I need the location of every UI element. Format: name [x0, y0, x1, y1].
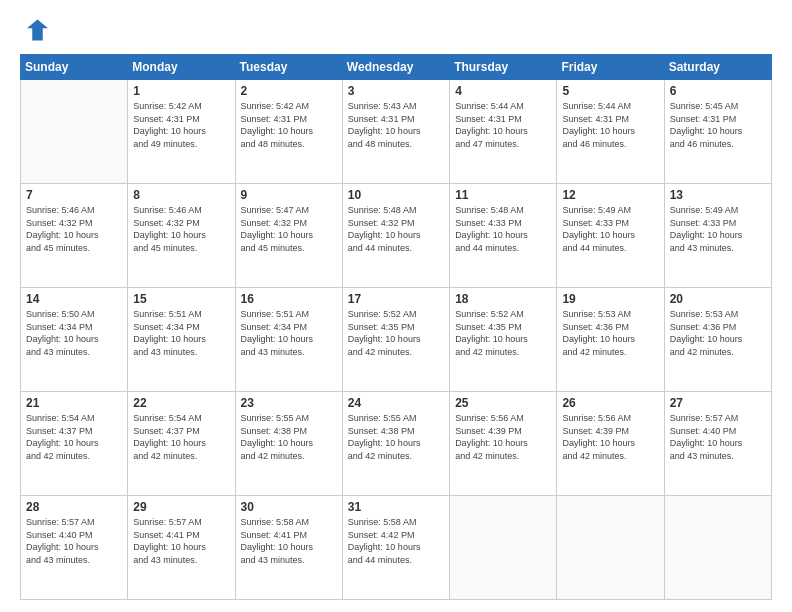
weekday-header-wednesday: Wednesday — [342, 55, 449, 80]
day-number: 18 — [455, 292, 551, 306]
week-row-4: 21Sunrise: 5:54 AM Sunset: 4:37 PM Dayli… — [21, 392, 772, 496]
day-number: 16 — [241, 292, 337, 306]
day-number: 11 — [455, 188, 551, 202]
calendar-cell: 26Sunrise: 5:56 AM Sunset: 4:39 PM Dayli… — [557, 392, 664, 496]
page: SundayMondayTuesdayWednesdayThursdayFrid… — [0, 0, 792, 612]
day-info: Sunrise: 5:57 AM Sunset: 4:41 PM Dayligh… — [133, 516, 229, 566]
svg-marker-0 — [27, 20, 48, 41]
day-number: 4 — [455, 84, 551, 98]
day-info: Sunrise: 5:58 AM Sunset: 4:42 PM Dayligh… — [348, 516, 444, 566]
day-info: Sunrise: 5:48 AM Sunset: 4:32 PM Dayligh… — [348, 204, 444, 254]
weekday-header-friday: Friday — [557, 55, 664, 80]
calendar-cell — [450, 496, 557, 600]
day-number: 10 — [348, 188, 444, 202]
day-number: 30 — [241, 500, 337, 514]
day-info: Sunrise: 5:51 AM Sunset: 4:34 PM Dayligh… — [241, 308, 337, 358]
calendar-cell: 15Sunrise: 5:51 AM Sunset: 4:34 PM Dayli… — [128, 288, 235, 392]
calendar-cell — [664, 496, 771, 600]
calendar-cell: 28Sunrise: 5:57 AM Sunset: 4:40 PM Dayli… — [21, 496, 128, 600]
calendar-cell: 19Sunrise: 5:53 AM Sunset: 4:36 PM Dayli… — [557, 288, 664, 392]
day-number: 21 — [26, 396, 122, 410]
day-info: Sunrise: 5:56 AM Sunset: 4:39 PM Dayligh… — [562, 412, 658, 462]
day-number: 31 — [348, 500, 444, 514]
calendar-cell: 2Sunrise: 5:42 AM Sunset: 4:31 PM Daylig… — [235, 80, 342, 184]
day-number: 6 — [670, 84, 766, 98]
day-info: Sunrise: 5:53 AM Sunset: 4:36 PM Dayligh… — [562, 308, 658, 358]
calendar-cell: 5Sunrise: 5:44 AM Sunset: 4:31 PM Daylig… — [557, 80, 664, 184]
day-number: 13 — [670, 188, 766, 202]
day-number: 26 — [562, 396, 658, 410]
day-info: Sunrise: 5:48 AM Sunset: 4:33 PM Dayligh… — [455, 204, 551, 254]
day-number: 5 — [562, 84, 658, 98]
day-info: Sunrise: 5:43 AM Sunset: 4:31 PM Dayligh… — [348, 100, 444, 150]
calendar-cell: 8Sunrise: 5:46 AM Sunset: 4:32 PM Daylig… — [128, 184, 235, 288]
day-number: 12 — [562, 188, 658, 202]
day-number: 28 — [26, 500, 122, 514]
calendar-cell: 23Sunrise: 5:55 AM Sunset: 4:38 PM Dayli… — [235, 392, 342, 496]
day-number: 22 — [133, 396, 229, 410]
day-number: 25 — [455, 396, 551, 410]
day-info: Sunrise: 5:54 AM Sunset: 4:37 PM Dayligh… — [26, 412, 122, 462]
day-number: 20 — [670, 292, 766, 306]
day-number: 17 — [348, 292, 444, 306]
calendar-cell: 22Sunrise: 5:54 AM Sunset: 4:37 PM Dayli… — [128, 392, 235, 496]
day-info: Sunrise: 5:46 AM Sunset: 4:32 PM Dayligh… — [133, 204, 229, 254]
calendar-cell: 4Sunrise: 5:44 AM Sunset: 4:31 PM Daylig… — [450, 80, 557, 184]
day-info: Sunrise: 5:56 AM Sunset: 4:39 PM Dayligh… — [455, 412, 551, 462]
calendar-cell: 12Sunrise: 5:49 AM Sunset: 4:33 PM Dayli… — [557, 184, 664, 288]
logo-icon — [20, 16, 48, 44]
day-info: Sunrise: 5:58 AM Sunset: 4:41 PM Dayligh… — [241, 516, 337, 566]
calendar-cell: 9Sunrise: 5:47 AM Sunset: 4:32 PM Daylig… — [235, 184, 342, 288]
day-number: 2 — [241, 84, 337, 98]
day-number: 1 — [133, 84, 229, 98]
day-number: 3 — [348, 84, 444, 98]
day-info: Sunrise: 5:52 AM Sunset: 4:35 PM Dayligh… — [348, 308, 444, 358]
calendar-cell: 16Sunrise: 5:51 AM Sunset: 4:34 PM Dayli… — [235, 288, 342, 392]
day-info: Sunrise: 5:42 AM Sunset: 4:31 PM Dayligh… — [241, 100, 337, 150]
calendar-cell: 25Sunrise: 5:56 AM Sunset: 4:39 PM Dayli… — [450, 392, 557, 496]
day-info: Sunrise: 5:50 AM Sunset: 4:34 PM Dayligh… — [26, 308, 122, 358]
day-number: 19 — [562, 292, 658, 306]
weekday-header-saturday: Saturday — [664, 55, 771, 80]
weekday-header-thursday: Thursday — [450, 55, 557, 80]
calendar-cell: 6Sunrise: 5:45 AM Sunset: 4:31 PM Daylig… — [664, 80, 771, 184]
calendar-cell — [21, 80, 128, 184]
day-info: Sunrise: 5:57 AM Sunset: 4:40 PM Dayligh… — [26, 516, 122, 566]
calendar-cell: 18Sunrise: 5:52 AM Sunset: 4:35 PM Dayli… — [450, 288, 557, 392]
day-info: Sunrise: 5:53 AM Sunset: 4:36 PM Dayligh… — [670, 308, 766, 358]
calendar-cell: 3Sunrise: 5:43 AM Sunset: 4:31 PM Daylig… — [342, 80, 449, 184]
calendar-cell: 30Sunrise: 5:58 AM Sunset: 4:41 PM Dayli… — [235, 496, 342, 600]
day-info: Sunrise: 5:49 AM Sunset: 4:33 PM Dayligh… — [670, 204, 766, 254]
day-number: 29 — [133, 500, 229, 514]
day-info: Sunrise: 5:42 AM Sunset: 4:31 PM Dayligh… — [133, 100, 229, 150]
calendar-table: SundayMondayTuesdayWednesdayThursdayFrid… — [20, 54, 772, 600]
day-info: Sunrise: 5:47 AM Sunset: 4:32 PM Dayligh… — [241, 204, 337, 254]
day-number: 15 — [133, 292, 229, 306]
day-number: 27 — [670, 396, 766, 410]
calendar-cell: 14Sunrise: 5:50 AM Sunset: 4:34 PM Dayli… — [21, 288, 128, 392]
calendar-cell: 11Sunrise: 5:48 AM Sunset: 4:33 PM Dayli… — [450, 184, 557, 288]
day-number: 14 — [26, 292, 122, 306]
weekday-header-sunday: Sunday — [21, 55, 128, 80]
day-info: Sunrise: 5:55 AM Sunset: 4:38 PM Dayligh… — [241, 412, 337, 462]
week-row-3: 14Sunrise: 5:50 AM Sunset: 4:34 PM Dayli… — [21, 288, 772, 392]
weekday-header-tuesday: Tuesday — [235, 55, 342, 80]
calendar-cell: 7Sunrise: 5:46 AM Sunset: 4:32 PM Daylig… — [21, 184, 128, 288]
week-row-1: 1Sunrise: 5:42 AM Sunset: 4:31 PM Daylig… — [21, 80, 772, 184]
day-number: 8 — [133, 188, 229, 202]
day-number: 7 — [26, 188, 122, 202]
day-number: 24 — [348, 396, 444, 410]
calendar-cell: 13Sunrise: 5:49 AM Sunset: 4:33 PM Dayli… — [664, 184, 771, 288]
calendar-cell: 27Sunrise: 5:57 AM Sunset: 4:40 PM Dayli… — [664, 392, 771, 496]
week-row-5: 28Sunrise: 5:57 AM Sunset: 4:40 PM Dayli… — [21, 496, 772, 600]
day-info: Sunrise: 5:54 AM Sunset: 4:37 PM Dayligh… — [133, 412, 229, 462]
day-info: Sunrise: 5:46 AM Sunset: 4:32 PM Dayligh… — [26, 204, 122, 254]
calendar-cell: 20Sunrise: 5:53 AM Sunset: 4:36 PM Dayli… — [664, 288, 771, 392]
calendar-cell: 29Sunrise: 5:57 AM Sunset: 4:41 PM Dayli… — [128, 496, 235, 600]
day-info: Sunrise: 5:49 AM Sunset: 4:33 PM Dayligh… — [562, 204, 658, 254]
calendar-cell: 24Sunrise: 5:55 AM Sunset: 4:38 PM Dayli… — [342, 392, 449, 496]
day-info: Sunrise: 5:55 AM Sunset: 4:38 PM Dayligh… — [348, 412, 444, 462]
logo — [20, 16, 52, 44]
day-info: Sunrise: 5:44 AM Sunset: 4:31 PM Dayligh… — [562, 100, 658, 150]
week-row-2: 7Sunrise: 5:46 AM Sunset: 4:32 PM Daylig… — [21, 184, 772, 288]
